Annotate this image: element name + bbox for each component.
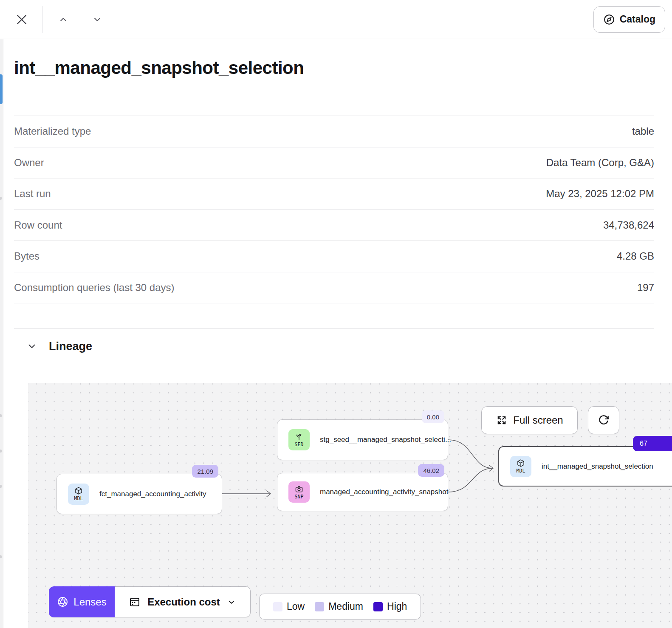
toolbar-divider [42,6,43,33]
execution-cost-badge: 46.02 [418,464,444,477]
execution-cost-badge: 0.00 [422,410,444,423]
metadata-label: Consumption queries (last 30 days) [14,282,175,294]
close-icon [14,12,29,27]
mdl-chip: MDL [68,484,89,505]
refresh-button[interactable] [588,406,619,434]
next-item-button[interactable] [90,12,105,27]
metadata-row-bytes: Bytes 4.28 GB [14,241,654,272]
lineage-node-stg-seed-managed-snapshot-selection[interactable]: SED stg_seed__managed_snapshot_selecti..… [277,419,448,460]
aperture-icon [57,596,68,608]
sidebar-mark [0,414,2,417]
toolbar: Catalog [0,0,672,39]
snp-chip: SNP [288,481,310,503]
metadata-value: table [632,125,654,137]
sidebar-mark [0,197,2,200]
mdl-chip: MDL [510,456,531,477]
chevron-down-icon [92,14,102,25]
metadata-list: Materialized type table Owner Data Team … [14,116,654,303]
fullscreen-button[interactable]: Full screen [481,406,578,434]
legend-item-high: High [373,601,407,612]
lens-selector[interactable]: Execution cost [115,586,251,617]
cube-icon [74,487,83,495]
metadata-row-row-count: Row count 34,738,624 [14,210,654,241]
metadata-label: Last run [14,188,51,200]
legend-swatch-low [273,602,282,611]
lens-selected-label: Execution cost [147,596,220,608]
cube-icon [517,459,525,467]
lenses-button-label: Lenses [73,596,106,608]
lenses-button[interactable]: Lenses [49,586,115,617]
catalog-button-label: Catalog [620,14,655,25]
node-label: int__managed_snapshot_selection [542,462,653,471]
chevron-up-icon [58,14,68,25]
sidebar-accent-bar [0,74,3,104]
chevron-down-icon [227,597,236,607]
lineage-node-fct-managed-accounting-activity[interactable]: MDL fct_managed_accounting_activity 21.0… [56,474,222,514]
lineage-node-int-managed-snapshot-selection[interactable]: MDL int__managed_snapshot_selection 67 [498,446,672,487]
legend-label: High [387,601,407,612]
sidebar-mark [0,555,2,558]
sed-chip: SED [288,429,310,450]
legend-label: Low [287,601,305,612]
catalog-button[interactable]: Catalog [593,6,665,33]
metadata-label: Owner [14,157,44,169]
lenses-control: Lenses Execution cost [49,586,251,617]
expand-arrows-icon [496,414,508,426]
execution-cost-badge: 21.09 [192,465,218,478]
node-label: stg_seed__managed_snapshot_selecti... [320,436,451,444]
metadata-value: Data Team (Corp, G&A) [546,157,654,169]
metadata-label: Materialized type [14,125,91,137]
node-label: managed_accounting_activity_snapshot [320,488,448,496]
lineage-section-title: Lineage [49,340,92,353]
sidebar-mark [0,450,2,453]
refresh-icon [597,414,610,427]
node-type-label: SNP [295,494,304,500]
metadata-row-materialized-type: Materialized type table [14,116,654,147]
page-title: int__managed_snapshot_selection [14,58,654,78]
metadata-label: Row count [14,219,62,231]
metadata-value: 197 [637,282,654,294]
legend-label: Medium [328,601,363,612]
close-button[interactable] [12,10,31,29]
metadata-row-owner: Owner Data Team (Corp, G&A) [14,147,654,179]
background-page-edge [0,39,3,628]
lineage-node-managed-accounting-activity-snapshot[interactable]: SNP managed_accounting_activity_snapshot… [277,473,448,511]
cost-legend: Low Medium High [259,594,421,620]
metadata-value: 4.28 GB [617,250,654,262]
legend-swatch-high [373,602,383,611]
sprout-icon [295,433,303,441]
node-type-label: SED [295,441,304,447]
metadata-label: Bytes [14,250,40,262]
legend-item-medium: Medium [315,601,363,612]
node-type-label: MDL [517,468,525,474]
node-type-label: MDL [74,495,83,501]
table-cells-icon [129,596,141,608]
section-divider [14,328,654,329]
lineage-section-header[interactable]: Lineage [26,337,672,355]
lineage-canvas[interactable]: MDL fct_managed_accounting_activity 21.0… [28,383,672,628]
metadata-row-consumption-queries: Consumption queries (last 30 days) 197 [14,272,654,304]
legend-swatch-medium [315,602,324,611]
sidebar-mark [0,485,2,488]
compass-icon [603,14,615,25]
metadata-value: 34,738,624 [603,219,654,231]
camera-icon [295,485,303,493]
legend-item-low: Low [273,601,305,612]
collapse-chevron-icon[interactable] [26,341,37,352]
metadata-value: May 23, 2025 12:02 PM [546,188,654,200]
metadata-row-last-run: Last run May 23, 2025 12:02 PM [14,178,654,210]
fullscreen-button-label: Full screen [513,414,563,426]
previous-item-button[interactable] [56,12,71,27]
execution-cost-badge: 67 [633,436,672,451]
node-label: fct_managed_accounting_activity [99,490,206,498]
